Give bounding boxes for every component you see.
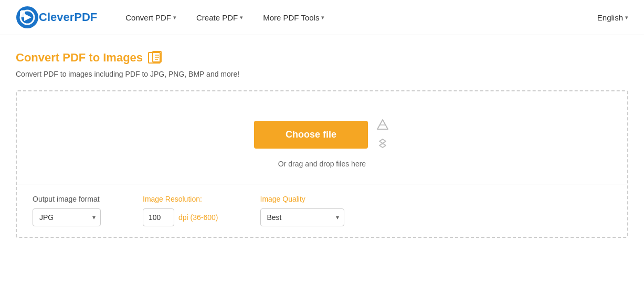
chevron-down-icon: ▾: [240, 14, 243, 21]
nav-create-pdf[interactable]: Create PDF ▾: [189, 9, 250, 26]
chevron-down-icon: ▾: [173, 14, 176, 21]
resolution-unit: dpi (36-600): [178, 213, 218, 222]
upload-area: Choose file: [17, 91, 627, 184]
pdf-image-icon: [148, 51, 165, 65]
output-format-group: Output image format JPG PNG BMP TIFF GIF…: [33, 195, 101, 226]
page-title-area: Convert PDF to Images: [16, 51, 628, 65]
page-subtitle: Convert PDF to images including PDF to J…: [16, 69, 257, 80]
logo-icon: [16, 6, 39, 29]
quality-label: Image Quality: [260, 195, 344, 203]
svg-rect-3: [20, 11, 25, 17]
chevron-down-icon: ▾: [625, 14, 628, 21]
nav-convert-pdf[interactable]: Convert PDF ▾: [118, 9, 184, 26]
language-selector[interactable]: English ▾: [597, 13, 628, 22]
svg-marker-12: [379, 139, 386, 148]
chevron-down-icon: ▾: [321, 14, 324, 21]
page-title-text: Convert PDF to Images: [16, 51, 143, 65]
logo-text: CleverPDF: [39, 11, 97, 24]
header: CleverPDF Convert PDF ▾ Create PDF ▾ Mor…: [0, 0, 644, 35]
logo[interactable]: CleverPDF: [16, 6, 97, 29]
upload-options-container: Choose file: [16, 90, 628, 238]
resolution-wrap: dpi (36-600): [143, 208, 218, 226]
output-format-label: Output image format: [33, 195, 101, 203]
upload-row: Choose file: [254, 118, 390, 151]
options-row: Output image format JPG PNG BMP TIFF GIF…: [17, 184, 627, 237]
quality-group: Image Quality Best Better Good ▾: [260, 195, 344, 226]
choose-file-button[interactable]: Choose file: [254, 121, 368, 149]
drag-drop-text: Or drag and drop files here: [278, 160, 366, 168]
cloud-service-icons: [375, 118, 390, 151]
quality-select-wrap: Best Better Good ▾: [260, 208, 344, 226]
resolution-input[interactable]: [143, 208, 174, 226]
resolution-group: Image Resolution: dpi (36-600): [143, 195, 218, 226]
quality-select[interactable]: Best Better Good: [260, 208, 344, 226]
output-format-select[interactable]: JPG PNG BMP TIFF GIF: [33, 208, 101, 226]
svg-marker-10: [377, 120, 388, 129]
resolution-label: Image Resolution:: [143, 195, 218, 203]
main-content: Convert PDF to Images Convert PDF to ima…: [0, 35, 644, 248]
output-format-select-wrap: JPG PNG BMP TIFF GIF ▾: [33, 208, 101, 226]
nav-more-tools[interactable]: More PDF Tools ▾: [256, 9, 332, 26]
main-nav: Convert PDF ▾ Create PDF ▾ More PDF Tool…: [118, 9, 597, 26]
svg-rect-4: [21, 10, 24, 12]
dropbox-icon[interactable]: [375, 137, 390, 151]
google-drive-icon[interactable]: [375, 118, 390, 132]
